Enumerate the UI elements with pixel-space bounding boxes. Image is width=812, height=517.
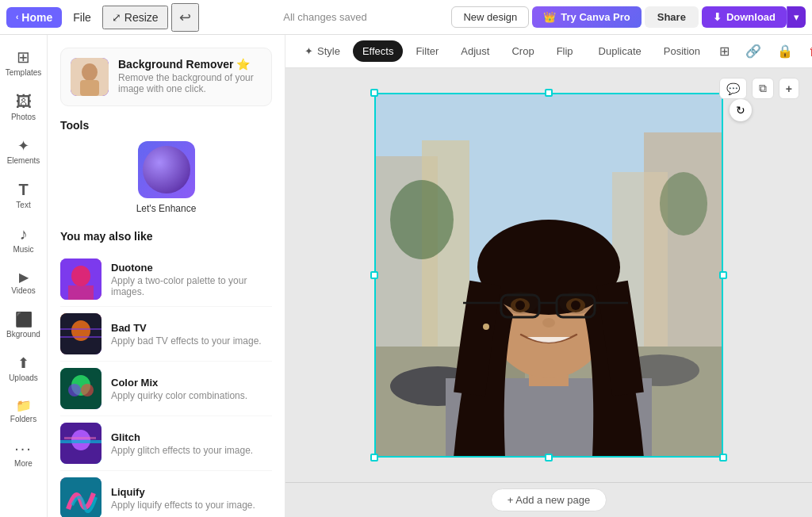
copy-icon-button[interactable]: ⧉: [752, 78, 774, 99]
download-label: Download: [726, 11, 776, 23]
handle-top-middle[interactable]: [545, 89, 553, 97]
liquify-info: Liquify Apply liquify effects to your im…: [111, 486, 255, 511]
handle-middle-right[interactable]: [719, 271, 727, 279]
svg-rect-17: [64, 437, 96, 439]
pro-label: Try Canva Pro: [561, 11, 630, 23]
badtv-info: Bad TV Apply bad TV effects to your imag…: [111, 322, 262, 347]
lets-enhance-tool[interactable]: Let's Enhance: [60, 141, 272, 214]
share-button[interactable]: Share: [645, 6, 699, 28]
top-navigation: ‹ Home File ⤢ Resize ↩ All changes saved…: [0, 0, 812, 35]
crown-icon: ⭐: [236, 58, 250, 71]
glitch-name: Glitch: [111, 431, 253, 443]
tab-adjust[interactable]: Adjust: [451, 40, 499, 62]
sidebar-label-photos: Photos: [11, 113, 36, 121]
canvas-wrapper: ✦ Style Effects Filter Adjust Crop Flip …: [285, 35, 812, 517]
you-may-like-title: You may also like: [60, 230, 272, 243]
svg-point-53: [571, 301, 580, 310]
sidebar-item-more[interactable]: ··· More: [3, 433, 44, 474]
canvas-image: [374, 93, 723, 458]
more-icon: ···: [14, 439, 33, 458]
duotone-name: Duotone: [111, 262, 272, 274]
file-label: File: [73, 11, 91, 24]
crown-icon: 👑: [543, 11, 556, 23]
effect-item-badtv[interactable]: Bad TV Apply bad TV effects to your imag…: [60, 307, 272, 362]
grid-icon-button[interactable]: ⊞: [713, 40, 736, 63]
adjust-label: Adjust: [461, 45, 489, 57]
sidebar-item-uploads[interactable]: ⬆ Uploads: [3, 348, 44, 389]
bg-remover-info: Background Remover ⭐ Remove the backgrou…: [118, 58, 262, 94]
bg-remover-title: Background Remover: [118, 58, 233, 71]
tools-section-title: Tools: [60, 119, 272, 132]
file-button[interactable]: File: [65, 7, 99, 28]
sidebar-label-elements: Elements: [7, 156, 40, 165]
tab-filter[interactable]: Filter: [406, 40, 448, 62]
tab-effects[interactable]: Effects: [353, 40, 404, 62]
effect-item-glitch[interactable]: Glitch Apply glitch effects to your imag…: [60, 416, 272, 471]
download-button[interactable]: ⬇ Download: [702, 6, 787, 28]
duplicate-button[interactable]: Duplicate: [589, 40, 651, 62]
folders-icon: 📁: [16, 398, 32, 413]
style-label: Style: [317, 45, 340, 57]
tab-flip[interactable]: Flip: [547, 40, 583, 62]
sidebar-item-photos[interactable]: 🖼 Photos: [3, 86, 44, 128]
sidebar-item-music[interactable]: ♪ Music: [3, 219, 44, 260]
music-icon: ♪: [20, 225, 28, 243]
sidebar-item-background[interactable]: ⬛ Bkground: [3, 304, 44, 345]
handle-bottom-right[interactable]: [719, 454, 727, 461]
delete-icon-button[interactable]: 🗑: [802, 40, 812, 63]
sidebar-label-folders: Folders: [10, 415, 36, 423]
bg-remover-card[interactable]: Background Remover ⭐ Remove the backgrou…: [60, 48, 272, 106]
effects-label: Effects: [362, 45, 394, 57]
canvas-top-actions: 💬 ⧉ +: [719, 78, 799, 99]
tab-crop[interactable]: Crop: [502, 40, 543, 62]
effect-item-liquify[interactable]: Liquify Apply liquify effects to your im…: [60, 471, 272, 517]
add-page-bar[interactable]: + Add a new page: [285, 482, 812, 517]
handle-bottom-left[interactable]: [370, 454, 378, 461]
rotate-button[interactable]: ↻: [730, 99, 752, 121]
sidebar-label-background: Bkground: [6, 330, 40, 339]
effect-item-duotone[interactable]: Duotone Apply a two-color palette to you…: [60, 252, 272, 307]
effects-panel: Background Remover ⭐ Remove the backgrou…: [48, 35, 285, 517]
svg-point-13: [81, 384, 94, 396]
add-page-label: + Add a new page: [508, 494, 590, 506]
sidebar-item-elements[interactable]: ✦ Elements: [3, 131, 44, 171]
tab-style[interactable]: ✦ Style: [295, 40, 350, 62]
canvas-image-container[interactable]: ↻: [374, 93, 723, 458]
new-design-button[interactable]: New design: [451, 6, 529, 28]
position-button[interactable]: Position: [654, 40, 710, 62]
svg-point-54: [542, 318, 555, 327]
handle-bottom-middle[interactable]: [545, 454, 553, 461]
sidebar-item-videos[interactable]: ▶ Videos: [3, 263, 44, 301]
resize-button[interactable]: ⤢ Resize: [102, 6, 168, 29]
canvas-area[interactable]: 💬 ⧉ +: [285, 68, 812, 482]
lock-icon-button[interactable]: 🔒: [771, 40, 799, 63]
glitch-info: Glitch Apply glitch effects to your imag…: [111, 431, 253, 456]
add-page-button[interactable]: + Add a new page: [491, 488, 607, 511]
handle-top-left[interactable]: [370, 89, 378, 97]
undo-button[interactable]: ↩: [171, 3, 199, 32]
effect-item-colormix[interactable]: Color Mix Apply quirky color combination…: [60, 362, 272, 416]
glitch-thumbnail: [60, 423, 102, 464]
saved-status: All changes saved: [202, 11, 449, 23]
add-element-button[interactable]: +: [779, 78, 799, 99]
svg-point-52: [515, 301, 525, 310]
sidebar-item-text[interactable]: T Text: [3, 174, 44, 216]
svg-point-1: [82, 63, 98, 81]
svg-point-57: [660, 172, 707, 236]
home-label: Home: [21, 11, 52, 24]
link-icon-button[interactable]: 🔗: [739, 40, 768, 63]
crop-label: Crop: [511, 45, 534, 57]
handle-middle-left[interactable]: [370, 271, 378, 279]
download-more-button[interactable]: ▾: [787, 6, 806, 28]
svg-rect-16: [60, 440, 102, 443]
sidebar-item-templates[interactable]: ⊞ Templates: [3, 41, 44, 83]
bg-remover-preview: [71, 58, 109, 96]
sidebar-item-folders[interactable]: 📁 Folders: [3, 392, 44, 430]
colormix-info: Color Mix Apply quirky color combination…: [111, 377, 247, 401]
canvas-photo-svg: [374, 93, 723, 458]
comment-icon-button[interactable]: 💬: [719, 78, 747, 99]
sidebar: ⊞ Templates 🖼 Photos ✦ Elements T Text ♪…: [0, 35, 48, 517]
home-button[interactable]: ‹ Home: [6, 7, 62, 28]
try-pro-button[interactable]: 👑 Try Canva Pro: [532, 6, 641, 28]
liquify-thumbnail: [60, 477, 102, 517]
